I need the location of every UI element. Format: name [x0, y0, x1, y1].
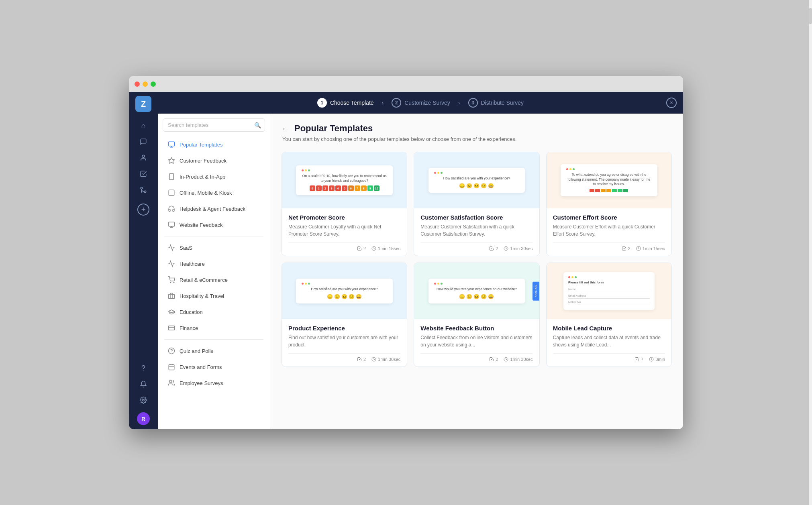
dot-green [441, 283, 443, 285]
product-preview: How satisfied are you with your experien… [296, 279, 393, 304]
template-card-mobile-lead[interactable]: Please fill out this form Name Email Add… [546, 263, 672, 367]
minimize-btn[interactable] [143, 81, 148, 87]
step-customize-survey[interactable]: 2 Customize Survey [385, 98, 457, 108]
nav-item-healthcare[interactable]: Healthcare [161, 256, 267, 271]
content-area: 🔍 Popular Templates [158, 114, 683, 429]
dot-green [441, 172, 443, 174]
nav-item-offline[interactable]: Offline, Mobile & Kiosk [161, 185, 267, 200]
nav-item-education[interactable]: Education [161, 304, 267, 320]
mobile-form-title: Please fill out this form [568, 281, 650, 284]
svg-rect-11 [169, 222, 175, 226]
sidebar-icon-home[interactable]: ⌂ [136, 118, 151, 133]
website-preview-text: How would you rate your experience on ou… [434, 287, 520, 292]
rating-sq-2 [595, 189, 600, 192]
feedback-tab: Feedback [532, 282, 539, 301]
step-3-num: 3 [468, 98, 478, 108]
website-footer: 2 1min 30sec [420, 353, 532, 362]
step-3-label: Distribute Survey [481, 100, 524, 106]
dialog-close-button[interactable]: × [666, 98, 677, 108]
close-btn[interactable] [135, 81, 140, 87]
user-avatar[interactable]: R [137, 412, 150, 425]
emoji-2: 😕 [466, 183, 472, 189]
svg-rect-21 [169, 364, 174, 370]
website-icon [167, 221, 175, 229]
nps-q-count: 2 [363, 246, 366, 251]
dot-green [308, 283, 310, 285]
emoji-5: 😄 [488, 294, 494, 299]
search-input[interactable] [163, 118, 265, 132]
template-card-product[interactable]: How satisfied are you with your experien… [282, 263, 407, 367]
sidebar-icon-user[interactable] [136, 151, 151, 165]
nav-item-customer-feedback[interactable]: Customer Feedback [161, 153, 267, 168]
nps-time-val: 1min 15sec [378, 246, 400, 251]
sidebar-icon-bell[interactable] [136, 377, 151, 391]
popular-icon [167, 141, 175, 149]
nav-item-finance[interactable]: Finance [161, 320, 267, 336]
nav-item-employee[interactable]: Employee Surveys [161, 375, 267, 391]
emoji-4: 🙂 [481, 183, 487, 189]
svg-point-3 [143, 399, 145, 401]
sidebar-icon-task[interactable] [136, 167, 151, 181]
emoji-5: 😄 [356, 294, 362, 299]
csat-time: 1min 30sec [504, 246, 532, 251]
dot-red [434, 283, 436, 285]
step-choose-template[interactable]: 1 Choose Template [311, 98, 380, 108]
product-desc: Find out how satisfied your customers ar… [288, 334, 400, 348]
nps-desc: Measure Customer Loyalty with a quick Ne… [288, 223, 400, 238]
step-distribute-survey[interactable]: 3 Distribute Survey [462, 98, 530, 108]
ces-time: 1min 15sec [636, 246, 665, 251]
nav-item-hospitality[interactable]: Hospitality & Travel [161, 288, 267, 303]
nps-scale: 0 1 2 3 4 5 6 7 8 9 [302, 185, 387, 191]
add-button[interactable]: + [137, 204, 149, 216]
sidebar-icon-settings[interactable] [136, 393, 151, 407]
nav-item-popular[interactable]: Popular Templates [161, 137, 267, 152]
ces-desc: Measure Customer Effort with a quick Cus… [553, 223, 665, 238]
dot-green [575, 276, 577, 278]
template-card-ces[interactable]: To what extend do you agree or disagree … [546, 152, 672, 256]
card-preview-product: How satisfied are you with your experien… [282, 263, 407, 319]
svg-point-2 [141, 187, 143, 189]
healthcare-label: Healthcare [180, 261, 205, 267]
nps-footer: 2 1min 15sec [288, 242, 400, 251]
template-card-csat[interactable]: How satisfied are you with your experien… [414, 152, 539, 256]
maximize-btn[interactable] [151, 81, 156, 87]
svg-point-14 [170, 282, 171, 283]
nav-item-saas[interactable]: SaaS [161, 240, 267, 255]
sidebar-icon-branch[interactable] [136, 183, 151, 197]
csat-desc: Measure Customer Satisfaction with a qui… [420, 223, 532, 238]
nav-item-in-product[interactable]: In-Product & In-App [161, 169, 267, 184]
nav-item-retail[interactable]: Retail & eCommerce [161, 272, 267, 287]
dot-yellow [437, 172, 439, 174]
template-card-nps[interactable]: On a scale of 0-10, how likely are you t… [282, 152, 407, 256]
back-button[interactable]: ← [282, 124, 290, 133]
step-2-num: 2 [392, 98, 401, 108]
mobile-q-count: 7 [641, 357, 643, 362]
sidebar-icon-chat[interactable] [136, 134, 151, 149]
nav-item-helpdesk[interactable]: Helpdesk & Agent Feedback [161, 201, 267, 216]
card-preview-ces: To what extend do you agree or disagree … [547, 152, 671, 208]
finance-label: Finance [180, 325, 198, 331]
dot-red [568, 276, 570, 278]
emoji-4: 🙂 [349, 294, 355, 299]
nav-item-events[interactable]: Events and Forms [161, 359, 267, 375]
quiz-icon [167, 347, 175, 355]
main-area: 1 Choose Template › 2 Customize Survey ›… [158, 92, 683, 429]
sidebar-icon-help[interactable]: ? [136, 361, 151, 375]
product-time-val: 1min 30sec [378, 357, 400, 362]
card-body-csat: Customer Satisfaction Score Measure Cust… [414, 208, 539, 256]
emoji-2: 😕 [334, 294, 340, 299]
healthcare-icon [167, 260, 175, 268]
nav-item-website[interactable]: Website Feedback [161, 217, 267, 232]
offline-label: Offline, Mobile & Kiosk [180, 190, 232, 196]
customer-feedback-label: Customer Feedback [180, 158, 226, 164]
dot-yellow [571, 276, 573, 278]
events-label: Events and Forms [180, 364, 222, 370]
product-questions: 2 [357, 357, 366, 362]
nav-item-quiz[interactable]: Quiz and Polls [161, 343, 267, 358]
education-label: Education [180, 309, 203, 315]
template-card-website-feedback[interactable]: How would you rate your experience on ou… [414, 263, 539, 367]
ces-time-val: 1min 15sec [643, 246, 665, 251]
step-1-num: 1 [317, 98, 327, 108]
rating-sq-1 [590, 189, 594, 192]
svg-point-1 [144, 191, 146, 193]
